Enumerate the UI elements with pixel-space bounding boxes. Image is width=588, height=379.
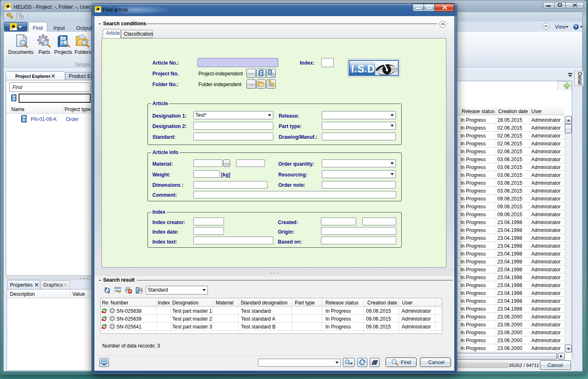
svg-text:D: D [367, 63, 375, 75]
svg-text:S: S [357, 63, 364, 75]
svg-text:I: I [351, 63, 354, 75]
svg-text:?: ? [575, 25, 577, 29]
